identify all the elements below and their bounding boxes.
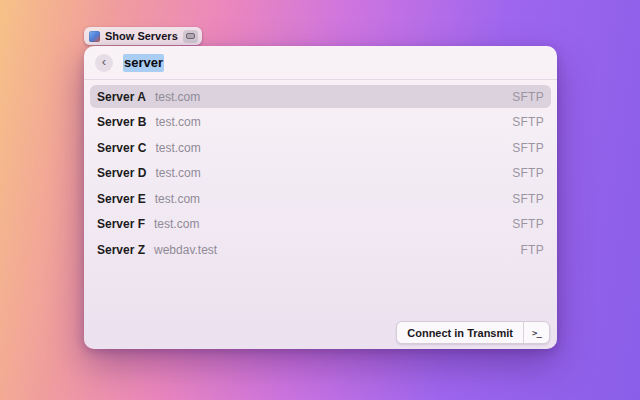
server-row[interactable]: Server Zwebdav.testFTP (90, 238, 551, 261)
server-row[interactable]: Server Atest.comSFTP (90, 85, 551, 108)
keyboard-key-icon (183, 30, 198, 43)
server-host: test.com (154, 217, 199, 231)
server-row[interactable]: Server Ctest.comSFTP (90, 136, 551, 159)
server-name: Server B (97, 115, 146, 129)
server-protocol: SFTP (512, 115, 544, 129)
chevron-left-icon: ‹ (102, 55, 106, 68)
open-terminal-button[interactable]: >_ (524, 322, 549, 343)
server-name: Server C (97, 141, 146, 155)
terminal-icon: >_ (532, 328, 541, 338)
server-name: Server Z (97, 243, 145, 257)
server-list: Server Atest.comSFTPServer Btest.comSFTP… (84, 80, 557, 261)
connect-in-transmit-button[interactable]: Connect in Transmit (397, 322, 523, 343)
server-protocol: SFTP (512, 166, 544, 180)
server-protocol: SFTP (512, 90, 544, 104)
back-button[interactable]: ‹ (95, 54, 113, 72)
server-name: Server A (97, 90, 146, 104)
server-row[interactable]: Server Btest.comSFTP (90, 111, 551, 134)
server-name: Server F (97, 217, 145, 231)
show-servers-button[interactable]: Show Servers (84, 27, 202, 45)
server-name: Server E (97, 192, 146, 206)
quick-connect-panel: ‹ server Server Atest.comSFTPServer Btes… (84, 46, 557, 349)
transmit-app-icon (89, 31, 100, 42)
connect-split-button: Connect in Transmit >_ (396, 321, 550, 344)
server-host: test.com (155, 192, 200, 206)
server-name: Server D (97, 166, 146, 180)
show-servers-label: Show Servers (105, 30, 178, 42)
server-host: test.com (155, 166, 200, 180)
search-bar: ‹ server (84, 46, 557, 80)
server-host: test.com (155, 115, 200, 129)
search-input-value: server (123, 54, 164, 72)
server-host: webdav.test (154, 243, 217, 257)
server-protocol: SFTP (512, 217, 544, 231)
server-row[interactable]: Server Dtest.comSFTP (90, 162, 551, 185)
keycap-glyph (186, 33, 195, 39)
server-host: test.com (155, 90, 200, 104)
server-protocol: SFTP (512, 141, 544, 155)
server-row[interactable]: Server Etest.comSFTP (90, 187, 551, 210)
server-row[interactable]: Server Ftest.comSFTP (90, 213, 551, 236)
server-protocol: FTP (520, 243, 544, 257)
search-input[interactable]: server (123, 55, 164, 70)
server-host: test.com (155, 141, 200, 155)
server-protocol: SFTP (512, 192, 544, 206)
